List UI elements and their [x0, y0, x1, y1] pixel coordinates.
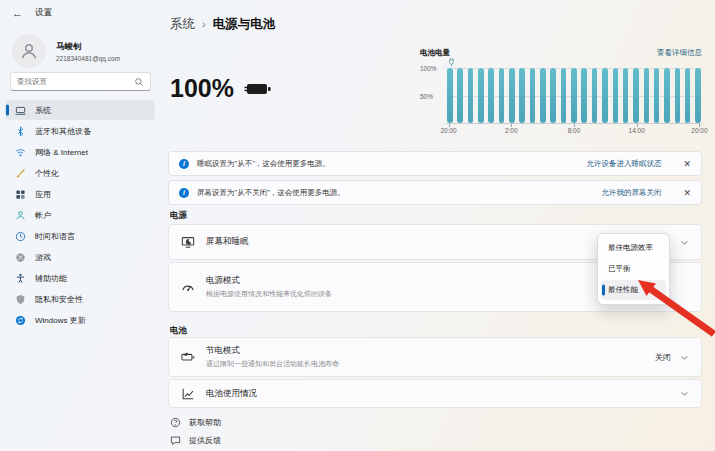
power-mode-option[interactable]: 已平衡 [601, 259, 666, 279]
view-details-link[interactable]: 查看详细信息 [657, 48, 702, 58]
chart-bar [488, 68, 494, 123]
row-title: 电源模式 [206, 275, 332, 287]
sidebar-item-privacy-security[interactable]: 隐私和安全性 [5, 289, 155, 309]
sidebar-item-accessibility[interactable]: 辅助功能 [5, 268, 155, 288]
user-name: 马峻钊 [56, 41, 120, 53]
chart-bar [685, 68, 691, 123]
app-title: 设置 [35, 7, 52, 19]
sidebar-nav: 系统蓝牙和其他设备网络 & Internet个性化应用帐户时间和语言游戏辅助功能… [5, 100, 155, 331]
selected-indicator [6, 105, 9, 116]
row-subtitle: 通过限制一些通知和后台活动延长电池寿命 [206, 359, 339, 369]
chevron-down-icon [680, 238, 689, 247]
battery-section-card: 节电模式通过限制一些通知和后台活动延长电池寿命关闭电池使用情况 [168, 337, 702, 410]
sidebar-item-windows-update[interactable]: Windows 更新 [5, 310, 155, 330]
chart-bar [509, 68, 515, 123]
footer-links: 获取帮助提供反馈 [170, 417, 221, 451]
sidebar-item-personalization[interactable]: 个性化 [5, 163, 155, 183]
back-button[interactable]: ← [12, 7, 23, 19]
settings-row-battery-saver[interactable]: 节电模式通过限制一些通知和后台活动延长电池寿命关闭 [168, 337, 702, 377]
sidebar-item-label: 时间和语言 [35, 231, 75, 242]
info-banner-1: i睡眠设置为"从不"，这会使用更多电源。允许设备进入睡眠状态✕ [168, 151, 702, 176]
bluetooth-icon [15, 126, 26, 137]
footer-link-label: 获取帮助 [189, 417, 221, 428]
breadcrumb-separator: › [202, 18, 206, 30]
sidebar-item-time-language[interactable]: 时间和语言 [5, 226, 155, 246]
chart-plot-area: 100% 50% [446, 68, 702, 124]
row-subtitle: 根据电源使用情况和性能来优化你的设备 [206, 289, 332, 299]
system-icon [15, 105, 26, 116]
x-tick-label: 14:00 [629, 127, 645, 134]
chart-xticks: 20:002:008:0014:0020:00 [446, 124, 702, 138]
sidebar-item-label: 蓝牙和其他设备 [35, 126, 91, 137]
plug-icon [448, 58, 455, 67]
info-banner-2: i屏幕设置为"从不关闭"，这会使用更多电源。允许我的屏幕关闭✕ [168, 180, 702, 205]
chart-bar [540, 68, 546, 123]
battery-usage-icon [181, 387, 195, 401]
chevron-down-icon [680, 389, 689, 398]
chart-bar [581, 68, 587, 123]
search-icon [134, 77, 144, 87]
sidebar-item-label: 游戏 [35, 252, 51, 263]
sidebar-item-bluetooth-devices[interactable]: 蓝牙和其他设备 [5, 121, 155, 141]
y-tick-50: 50% [420, 93, 442, 100]
power-mode-icon [181, 280, 195, 294]
chart-bar [644, 68, 650, 123]
banner-action-link[interactable]: 允许我的屏幕关闭 [601, 188, 661, 198]
settings-row-battery-usage[interactable]: 电池使用情况 [168, 379, 702, 408]
battery-full-icon [244, 81, 272, 97]
sidebar-item-system[interactable]: 系统 [5, 100, 155, 120]
chart-bar [675, 68, 681, 123]
sidebar-item-accounts[interactable]: 帐户 [5, 205, 155, 225]
sidebar-item-label: 个性化 [35, 168, 59, 179]
breadcrumb-root[interactable]: 系统 [170, 16, 195, 33]
chart-bar [550, 68, 556, 123]
row-title: 节电模式 [206, 345, 339, 357]
power-mode-dropdown-menu: 最佳电源效率已平衡最佳性能 [597, 233, 670, 305]
x-tick-label: 20:00 [691, 127, 707, 134]
info-icon: i [179, 159, 189, 169]
search-box[interactable] [10, 72, 151, 91]
chart-bar [468, 68, 474, 123]
power-mode-option[interactable]: 最佳电源效率 [601, 238, 666, 258]
x-tick-label: 8:00 [568, 127, 581, 134]
close-icon[interactable]: ✕ [683, 159, 691, 169]
personalization-icon [15, 168, 26, 179]
avatar [12, 34, 46, 68]
sidebar-item-label: 网络 & Internet [35, 147, 88, 158]
get-help-link[interactable]: 获取帮助 [170, 417, 221, 428]
search-input[interactable] [17, 77, 134, 86]
chart-bars [446, 68, 702, 123]
y-tick-100: 100% [420, 65, 442, 72]
x-tick-label: 20:00 [440, 127, 456, 134]
sidebar-item-network-internet[interactable]: 网络 & Internet [5, 142, 155, 162]
close-icon[interactable]: ✕ [683, 188, 691, 198]
chart-bar [613, 68, 619, 123]
power-mode-option[interactable]: 最佳性能 [601, 280, 666, 300]
page-title: 电源与电池 [213, 16, 276, 33]
screen-sleep-icon [181, 235, 195, 249]
user-email: 2218340481@qq.com [56, 55, 120, 62]
apps-icon [15, 189, 26, 200]
feedback-icon [170, 435, 181, 446]
chart-bar [571, 68, 577, 123]
gaming-icon [15, 252, 26, 263]
sidebar-item-gaming[interactable]: 游戏 [5, 247, 155, 267]
sidebar-item-apps[interactable]: 应用 [5, 184, 155, 204]
send-feedback-link[interactable]: 提供反馈 [170, 435, 221, 446]
chart-bar [530, 68, 536, 123]
footer-link-label: 提供反馈 [189, 435, 221, 446]
sidebar-item-label: 应用 [35, 189, 51, 200]
chart-bar [561, 68, 567, 123]
sidebar-item-label: 帐户 [35, 210, 51, 221]
chart-bar [664, 68, 670, 123]
chevron-down-icon [680, 353, 689, 362]
section-label-battery: 电池 [170, 325, 187, 337]
battery-saver-icon [181, 350, 195, 364]
banner-action-link[interactable]: 允许设备进入睡眠状态 [586, 159, 661, 169]
sidebar-item-label: 隐私和安全性 [35, 294, 83, 305]
chart-bar [478, 68, 484, 123]
help-icon [170, 417, 181, 428]
user-profile[interactable]: 马峻钊 2218340481@qq.com [12, 34, 120, 68]
sidebar-item-label: 系统 [35, 105, 51, 116]
chart-bar [633, 68, 639, 123]
